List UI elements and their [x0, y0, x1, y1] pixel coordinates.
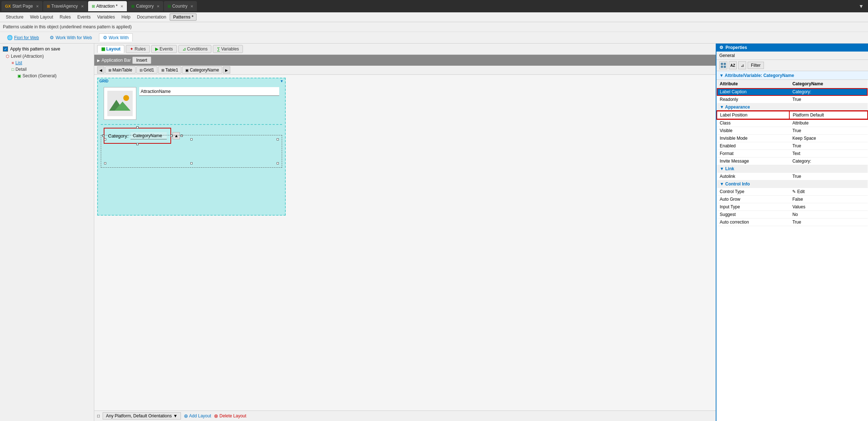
tab-category[interactable]: ⊞ Category ✕: [128, 1, 163, 11]
add-layout-button[interactable]: ⊕ Add Layout: [184, 413, 211, 419]
tree-list[interactable]: ≡ List: [0, 60, 94, 66]
left-panel: ✓ Apply this pattern on save ⬡ Level (At…: [0, 44, 94, 421]
filter-button[interactable]: Filter: [748, 62, 764, 69]
layout-tab-conditions[interactable]: ⊿ Conditions: [178, 45, 212, 53]
section-appearance-header[interactable]: ▼ Appearance: [717, 103, 868, 111]
section-link-header[interactable]: ▼ Link: [717, 165, 868, 173]
tab-close-travel[interactable]: ✕: [81, 4, 84, 8]
table-tab-table1[interactable]: ⊞ Table1: [158, 66, 181, 74]
pattern-tab-workwithweb[interactable]: ⚙ Work With for Web: [46, 33, 96, 42]
tree-root[interactable]: ⬡ Level (Attraction): [0, 53, 94, 60]
toolbar-weblayout[interactable]: Web Layout: [27, 14, 56, 20]
props-row-label-position[interactable]: Label Position Platform Default: [717, 111, 868, 119]
tab-attraction-label: Attraction *: [96, 4, 118, 9]
toolbar-help[interactable]: Help: [119, 14, 133, 20]
props-row-input-type[interactable]: Input Type Values: [717, 203, 868, 211]
toolbar-structure[interactable]: Structure: [3, 14, 26, 20]
attraction-image: [104, 87, 136, 120]
fiori-icon: 🌐: [7, 35, 13, 40]
dotted-handle-tl[interactable]: [104, 138, 106, 140]
props-row-class[interactable]: Class Attribute: [717, 119, 868, 127]
table1-label: Table1: [165, 68, 178, 73]
props-row-control-type[interactable]: Control Type ✎ Edit: [717, 188, 868, 196]
pattern-tab-workwith[interactable]: ⚙ Work With: [99, 33, 133, 42]
props-row-suggest[interactable]: Suggest No: [717, 211, 868, 218]
attraction-name-field[interactable]: AttractionName: [139, 87, 279, 96]
props-row-invite-message[interactable]: Invite Message Category:: [717, 158, 868, 165]
table-tab-maintable[interactable]: ⊞ MainTable: [105, 66, 136, 74]
svg-rect-5: [724, 63, 726, 65]
toolbar-documentation[interactable]: Documentation: [134, 14, 169, 20]
tab-close-attraction[interactable]: ✕: [120, 4, 123, 8]
invite-msg-value: Category:: [789, 158, 868, 165]
layout-tab-layout[interactable]: ▦ Layout: [97, 45, 124, 53]
section-control-info-header[interactable]: ▼ Control Info: [717, 180, 868, 188]
props-sort-category-btn[interactable]: [719, 61, 727, 69]
wwweb-label: Work With for Web: [55, 35, 92, 40]
collapse-arrow-attr[interactable]: ▼: [719, 73, 725, 78]
toolbar-variables[interactable]: Variables: [94, 14, 118, 20]
delete-layout-icon: ⊗: [214, 413, 218, 419]
props-row-visible[interactable]: Visible True: [717, 127, 868, 135]
tab-travel[interactable]: ⊞ TravelAgency ✕: [43, 1, 87, 11]
layout-tab-rules[interactable]: ✦ Rules: [126, 45, 150, 53]
table-tab-grid1[interactable]: ⊟ Grid1: [136, 66, 157, 74]
class-value: Attribute: [789, 119, 868, 127]
tree-section[interactable]: ▣ Section (General): [0, 73, 94, 79]
tab-bar-left: GX Start Page ✕ ⊞ TravelAgency ✕ ⊞ Attra…: [1, 1, 855, 11]
events-tab-label: Events: [160, 46, 173, 52]
toolbar-events[interactable]: Events: [74, 14, 94, 20]
props-row-enabled[interactable]: Enabled True: [717, 142, 868, 150]
canvas-nav-right[interactable]: ▶: [223, 66, 230, 74]
variables-icon: ∑: [217, 46, 220, 52]
pattern-tab-fiori[interactable]: 🌐 Fiori for Web: [3, 33, 43, 42]
platform-button[interactable]: Any Platform, Default Orientations ▼: [103, 412, 181, 420]
dotted-handle-tc[interactable]: [190, 138, 193, 140]
tab-close-country[interactable]: ✕: [190, 4, 193, 8]
layout-tab-events[interactable]: ▶ Events: [151, 45, 177, 53]
tab-attraction[interactable]: ⊞ Attraction * ✕: [88, 1, 127, 11]
dotted-handle-br[interactable]: [277, 162, 279, 164]
tab-close-start[interactable]: ✕: [36, 4, 39, 8]
format-value: Text: [789, 150, 868, 158]
autolink-value: True: [789, 173, 868, 180]
tab-start-page[interactable]: GX Start Page ✕: [1, 1, 42, 11]
insert-button[interactable]: Insert: [132, 57, 151, 64]
layout-tab-variables[interactable]: ∑ Variables: [213, 45, 243, 53]
toolbar-rules[interactable]: Rules: [57, 14, 74, 20]
grid-dropdown-arrow[interactable]: ▼: [280, 79, 284, 83]
props-row-format[interactable]: Format Text: [717, 150, 868, 158]
dotted-handle-bc[interactable]: [190, 162, 193, 164]
tab-close-category[interactable]: ✕: [157, 4, 160, 8]
tree-detail[interactable]: □ Detail: [0, 66, 94, 73]
tree-root-label: Level (Attraction): [11, 54, 44, 59]
props-filter-icon-btn[interactable]: ⊿: [738, 61, 746, 69]
filter-funnel-icon: ⊿: [741, 63, 744, 68]
toolbar-patterns[interactable]: Patterns *: [170, 13, 197, 21]
dotted-handle-bl[interactable]: [104, 162, 106, 164]
props-sort-alpha-btn[interactable]: AZ: [729, 61, 737, 69]
svg-rect-0: [107, 91, 133, 116]
tab-dropdown-arrow[interactable]: ▼: [856, 2, 867, 11]
visible-attr: Visible: [717, 127, 789, 135]
props-row-readonly[interactable]: Readonly True: [717, 96, 868, 103]
canvas-nav-left[interactable]: ◀: [97, 66, 104, 74]
dotted-handle-tr[interactable]: [277, 138, 279, 140]
props-row-invisible-mode[interactable]: Invisible Mode Keep Space: [717, 135, 868, 142]
apply-checkbox[interactable]: ✓: [3, 46, 8, 52]
resize-handle-top[interactable]: [136, 126, 139, 128]
rules-tab-label: Rules: [135, 46, 146, 52]
category-container: Category: CategoryName ▲: [101, 126, 282, 132]
app-bar-label: Application Bar: [102, 58, 131, 63]
props-row-auto-grow[interactable]: Auto Grow False: [717, 196, 868, 203]
ww-label: Work With: [109, 35, 129, 40]
tree-detail-label: Detail: [16, 67, 27, 72]
tab-country[interactable]: ⊞ Country ✕: [164, 1, 197, 11]
table-tab-categoryname[interactable]: ▣ CategoryName: [182, 66, 222, 74]
auto-grow-attr: Auto Grow: [717, 196, 789, 203]
categoryname-icon: ▣: [185, 68, 189, 72]
props-row-label-caption[interactable]: Label Caption Category:: [717, 88, 868, 96]
props-row-auto-correction[interactable]: Auto correction True: [717, 218, 868, 226]
props-row-autolink[interactable]: Autolink True: [717, 173, 868, 180]
delete-layout-button[interactable]: ⊗ Delete Layout: [214, 413, 246, 419]
